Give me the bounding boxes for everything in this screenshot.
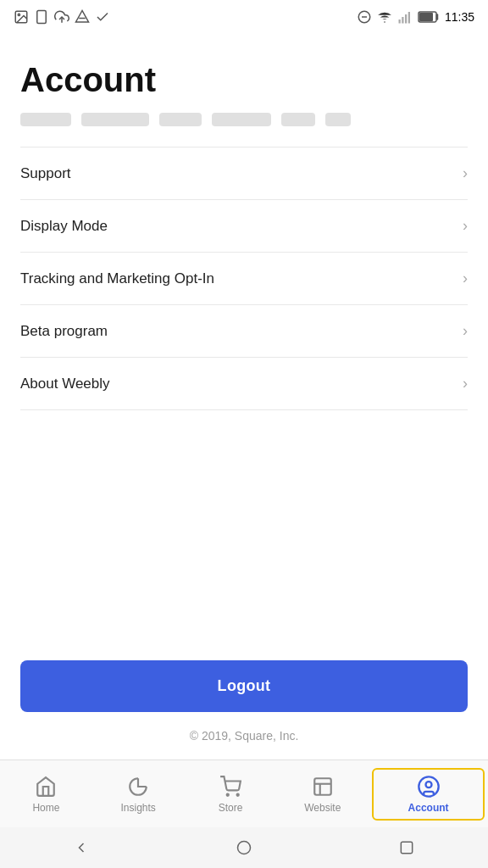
menu-item-support[interactable]: Support ›: [20, 147, 468, 200]
skeleton-block: [20, 113, 71, 126]
main-content: Account Support › Display Mode › Trackin…: [0, 34, 488, 626]
svg-point-21: [425, 782, 431, 787]
svg-point-8: [384, 21, 385, 23]
skeleton-block: [281, 113, 315, 126]
svg-rect-23: [401, 842, 412, 853]
nav-label-insights: Insights: [121, 802, 156, 814]
nav-label-account: Account: [408, 802, 449, 814]
skeleton-block: [81, 113, 149, 126]
status-bar: 11:35: [0, 0, 488, 34]
chevron-right-icon: ›: [463, 270, 468, 287]
menu-item-label: Beta program: [20, 323, 108, 340]
nav-label-store: Store: [219, 802, 243, 814]
menu-list: Support › Display Mode › Tracking and Ma…: [20, 147, 468, 410]
recents-button[interactable]: [396, 837, 417, 858]
insights-icon: [126, 775, 150, 798]
store-icon: [219, 775, 242, 798]
account-icon: [417, 775, 441, 798]
page-title: Account: [20, 61, 468, 99]
menu-item-about[interactable]: About Weebly ›: [20, 358, 468, 410]
svg-point-1: [18, 14, 19, 15]
copyright-text: © 2019, Square, Inc.: [0, 712, 488, 760]
svg-point-22: [238, 842, 251, 854]
chevron-right-icon: ›: [463, 164, 468, 182]
skeleton-block: [212, 113, 271, 126]
battery-icon: [418, 11, 440, 23]
menu-item-tracking[interactable]: Tracking and Marketing Opt-In ›: [20, 253, 468, 305]
menu-item-label: Display Mode: [20, 218, 108, 235]
time-display: 11:35: [445, 10, 474, 24]
logout-button[interactable]: Logout: [20, 660, 468, 712]
signal-icon: [397, 9, 413, 25]
svg-rect-11: [405, 14, 407, 24]
image-icon: [14, 9, 29, 25]
system-nav-bar: [0, 827, 488, 868]
status-icons-right: 11:35: [357, 9, 474, 25]
svg-rect-10: [402, 17, 403, 24]
menu-item-display-mode[interactable]: Display Mode ›: [20, 200, 468, 253]
phone-icon: [34, 9, 49, 25]
nav-item-home[interactable]: Home: [0, 768, 92, 821]
nav-item-account[interactable]: Account: [372, 768, 485, 821]
wifi-icon: [377, 9, 392, 25]
status-icons-left: [14, 9, 110, 25]
home-icon: [34, 775, 58, 798]
menu-item-label: Tracking and Marketing Opt-In: [20, 270, 214, 287]
drive-icon: [75, 9, 90, 25]
nav-label-home: Home: [32, 802, 59, 814]
back-button[interactable]: [71, 837, 92, 858]
chevron-right-icon: ›: [463, 322, 468, 340]
skeleton-block: [159, 113, 202, 126]
svg-rect-2: [37, 11, 47, 24]
svg-rect-9: [398, 19, 400, 24]
website-icon: [311, 775, 335, 798]
chevron-right-icon: ›: [463, 375, 468, 392]
svg-point-16: [237, 793, 239, 795]
menu-item-beta[interactable]: Beta program ›: [20, 305, 468, 358]
skeleton-block: [325, 113, 351, 126]
bottom-nav: Home Insights Store Web: [0, 760, 488, 827]
chevron-right-icon: ›: [463, 217, 468, 235]
nav-item-insights[interactable]: Insights: [92, 768, 185, 821]
svg-rect-12: [408, 12, 410, 24]
menu-item-label: Support: [20, 165, 71, 182]
logout-section: Logout: [0, 626, 488, 712]
svg-point-15: [227, 793, 229, 795]
menu-item-label: About Weebly: [20, 376, 110, 392]
check-icon: [95, 9, 110, 25]
dnd-icon: [357, 9, 372, 25]
upload-icon: [54, 9, 69, 25]
skeleton-loader: [20, 113, 468, 126]
svg-rect-17: [314, 778, 331, 795]
nav-item-website[interactable]: Website: [276, 768, 369, 821]
svg-rect-14: [419, 13, 433, 21]
home-button[interactable]: [234, 837, 254, 858]
nav-item-store[interactable]: Store: [185, 768, 277, 821]
nav-label-website: Website: [304, 802, 341, 814]
